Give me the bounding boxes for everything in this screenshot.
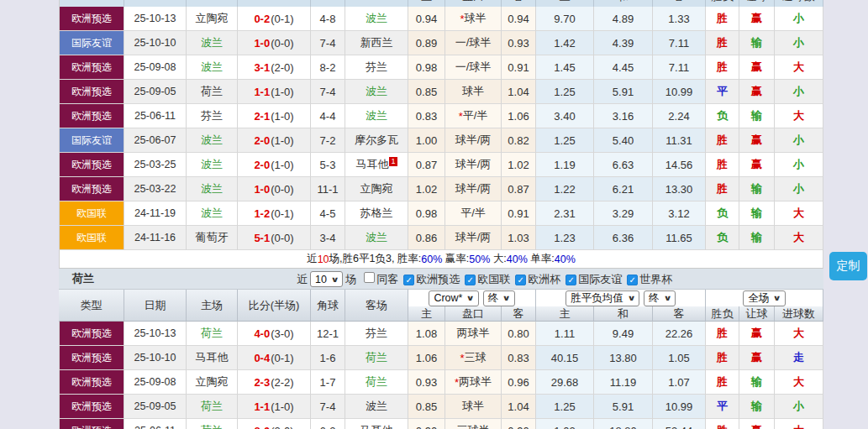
odds-away: 1.04 [502, 80, 536, 104]
handicap-result-cell: 输 [739, 201, 775, 226]
handicap-cell: 三球半 [445, 419, 502, 429]
result-cell: 胜 [706, 177, 739, 201]
handicap-result-cell: 输 [739, 177, 775, 201]
away-team: 芬兰 [345, 55, 408, 80]
league-cell: 欧洲预选 [59, 153, 124, 177]
score-cell: 2-3(2-2) [238, 370, 311, 395]
away-team: 芬兰 [345, 322, 408, 346]
handicap-cell: 球半/两 [445, 128, 502, 153]
match-row: 欧国联 24-11-19 波兰 1-2(0-1) 4-5 苏格兰 0.98 平/… [59, 201, 823, 226]
odds-home: 0.90 [408, 419, 445, 429]
summary-segment: 50% [469, 254, 490, 265]
corner-cell: 7-4 [311, 395, 345, 419]
date-cell: 25-06-07 [124, 128, 187, 153]
handicap-result-cell: 赢 [739, 153, 775, 177]
matches-count-select[interactable]: 10∨ [310, 271, 343, 287]
corner-cell: 7-4 [311, 80, 345, 104]
avg-home: 1.22 [536, 177, 594, 201]
league-cell: 欧洲预选 [59, 7, 124, 31]
avg-home: 29.68 [536, 370, 594, 395]
match-row: 欧洲预选 25-06-11 荷兰 8-0(3-0) 6-2 马耳他 0.90 三… [59, 419, 823, 429]
goals-result-cell: 小 [775, 128, 823, 153]
col-header-home-odds: 主 [408, 306, 445, 322]
avg-home: 1.19 [536, 153, 594, 177]
filter-checkbox[interactable] [364, 272, 375, 283]
odds-home: 0.85 [408, 80, 445, 104]
col-header-date: 日期 [124, 290, 187, 322]
filter-checkbox[interactable] [403, 275, 414, 285]
filter-checkbox[interactable] [515, 275, 526, 285]
final-odds-select-1[interactable]: 终∨ [483, 290, 515, 306]
avg-draw: 6.36 [594, 226, 653, 250]
handicap-cell: *平/半 [445, 104, 502, 128]
corner-cell: 8-2 [311, 55, 345, 80]
filter-checkbox-label: 国际友谊 [578, 273, 622, 285]
league-cell: 欧洲预选 [59, 395, 124, 419]
date-cell: 24-11-19 [124, 201, 187, 226]
col-header-avg-draw: 和 [594, 306, 653, 322]
corner-cell: 1-6 [311, 346, 345, 370]
filter-checkbox-label: 欧洲预选 [416, 273, 460, 285]
handicap-cell: 球半 [445, 80, 502, 104]
col-header-type: 类型 [59, 290, 124, 322]
home-team: 波兰 [187, 31, 238, 55]
corner-cell: 5-3 [311, 153, 345, 177]
odds-home: 1.08 [408, 322, 445, 346]
handicap-cell: 一/球半 [445, 31, 502, 55]
date-cell: 25-03-22 [124, 177, 187, 201]
league-cell: 欧洲预选 [59, 55, 124, 80]
avg-home: 9.70 [536, 7, 594, 31]
final-odds-select-2[interactable]: 终∨ [644, 290, 676, 306]
goals-result-cell: 小 [775, 31, 823, 55]
avg-away: 2.24 [653, 104, 706, 128]
avg-away: 22.26 [653, 322, 706, 346]
avg-draw: 4.45 [594, 55, 653, 80]
chevron-down-icon: ∨ [502, 294, 511, 302]
odds-away: 0.91 [502, 55, 536, 80]
home-team: 荷兰 [187, 80, 238, 104]
avg-away: 1.33 [653, 7, 706, 31]
match-row: 欧洲预选 25-03-22 波兰 1-0(0-0) 11-1 立陶宛 1.02 … [59, 177, 823, 201]
top-table: 欧洲预选 25-10-13 立陶宛 0-2(0-1) 4-8 波兰 0.94 *… [59, 7, 823, 250]
col-header-away: 客场 [345, 290, 408, 322]
avg-home: 1.45 [536, 55, 594, 80]
filter-checkbox-label: 世界杯 [639, 273, 672, 285]
score-cell: 8-0(3-0) [238, 419, 311, 429]
odds-away: 0.83 [502, 346, 536, 370]
odds-home: 1.06 [408, 346, 445, 370]
chevron-down-icon: ∨ [773, 294, 781, 302]
date-cell: 25-10-10 [124, 31, 187, 55]
odds-home: 0.87 [408, 153, 445, 177]
odds-away: 0.80 [502, 322, 536, 346]
league-cell: 欧洲预选 [59, 80, 124, 104]
handicap-cell: *三球 [445, 346, 502, 370]
customize-button[interactable]: 定制 [829, 252, 867, 280]
handicap-result-cell: 输 [739, 104, 775, 128]
avg-home: 1.02 [536, 419, 594, 429]
col-header-away-odds: 客 [502, 306, 536, 322]
league-cell: 国际友谊 [59, 31, 124, 55]
filter-checkbox[interactable] [465, 275, 476, 285]
odds-home: 1.00 [408, 128, 445, 153]
goals-result-cell: 大 [775, 322, 823, 346]
avg-away: 13.30 [653, 177, 706, 201]
handicap-cell: 球半 [445, 395, 502, 419]
odds-away: 0.90 [502, 419, 536, 429]
filter-checkbox[interactable] [566, 275, 576, 285]
scope-select[interactable]: 全场∨ [743, 290, 785, 306]
avg-draw: 4.89 [594, 7, 653, 31]
goals-result-cell: 走 [775, 346, 823, 370]
result-cell: 胜 [706, 346, 739, 370]
odds-away: 0.82 [502, 128, 536, 153]
filter-checkbox[interactable] [627, 275, 638, 285]
company-select[interactable]: Crow*∨ [429, 290, 478, 306]
summary-segment: 40% [507, 254, 528, 265]
date-cell: 25-09-05 [124, 80, 187, 104]
avg-odds-select[interactable]: 胜平负均值∨ [566, 290, 639, 306]
goals-result-cell: 小 [775, 177, 823, 201]
odds-away: 0.91 [502, 201, 536, 226]
avg-home: 1.11 [536, 322, 594, 346]
avg-home: 2.31 [536, 201, 594, 226]
away-team: 摩尔多瓦 [345, 128, 408, 153]
avg-draw: 3.29 [594, 201, 653, 226]
